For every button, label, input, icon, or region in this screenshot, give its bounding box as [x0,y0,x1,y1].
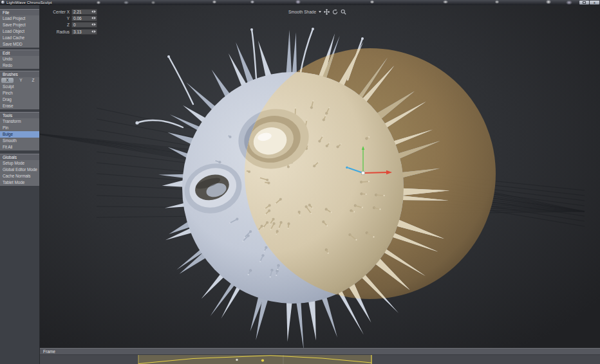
field-input-center-z[interactable]: 0 [71,22,97,28]
menu-section-brushes: Brushes X Y Z Sculpt Pinch Drag Erase [0,71,39,109]
timeline-graph[interactable] [40,355,600,364]
menu-item-smooth[interactable]: Smooth [0,138,39,144]
shade-mode-dropdown[interactable]: Smooth Shade [288,10,316,14]
menu-section-edit: Edit Undo Redo [0,50,39,69]
zoom-icon[interactable] [341,9,346,15]
window-title: LightWave ChronoSculpt [6,0,52,5]
menu-item-sculpt[interactable]: Sculpt [0,84,39,90]
move-icon[interactable] [324,9,330,15]
main-menu: File Load Project Save Project Load Obje… [0,9,39,186]
menu-item-undo[interactable]: Undo [0,56,39,62]
menu-section-globals: Globals Setup Mode Global Editor Mode Ca… [0,154,39,186]
stepper-icon[interactable] [91,10,96,13]
field-input-center-y[interactable]: 0.06 [71,15,97,21]
close-icon: x [594,1,595,5]
menu-header-brushes: Brushes [0,71,39,77]
menu-item-save-project[interactable]: Save Project [0,22,39,28]
menu-item-save-mdd[interactable]: Save MDD [0,41,39,48]
frame-label: Frame [43,349,55,354]
menu-item-setup-mode[interactable]: Setup Mode [0,160,39,167]
menu-item-tablet-mode[interactable]: Tablet Mode [0,179,39,186]
menu-item-load-project[interactable]: Load Project [0,15,39,22]
viewport-3d[interactable]: Center X 2.21 Y 0.06 Z 0 Radius 3.13 Smo… [40,5,600,348]
brush-parameter-panel: Center X 2.21 Y 0.06 Z 0 Radius 3.13 [40,8,97,35]
menu-header-globals: Globals [0,154,39,160]
stepper-icon[interactable] [91,17,96,19]
field-input-radius[interactable]: 3.13 [71,29,97,35]
axis-button-y[interactable]: Y [15,77,27,84]
field-label-radius: Radius [40,30,71,34]
maximize-button[interactable] [579,1,589,5]
field-input-center-x[interactable]: 2.21 [71,9,97,15]
menu-item-transform[interactable]: Transform [0,118,39,125]
scene-canvas[interactable] [40,5,600,348]
app-icon [1,1,5,4]
field-row-center-x: Center X 2.21 [40,8,97,15]
stepper-icon[interactable] [91,30,96,33]
axis-button-x[interactable]: X [1,78,14,83]
timeline-track[interactable] [40,354,600,364]
menu-item-cache-normals[interactable]: Cache Normals [0,173,39,179]
menu-section-tools: Tools Transform Pin Bulge Smooth Fit All [0,112,39,150]
axis-button-row: X Y Z [0,77,39,84]
menu-item-erase[interactable]: Erase [0,103,39,109]
keyframe-dot-active[interactable] [261,359,264,361]
stepper-icon[interactable] [91,23,96,26]
field-row-radius: Radius 3.13 [40,28,97,35]
menu-item-load-cache[interactable]: Load Cache [0,35,39,41]
menu-item-pinch[interactable]: Pinch [0,90,39,96]
menu-item-bulge[interactable]: Bulge [0,131,39,138]
rotate-icon[interactable] [332,9,338,15]
left-panel: File Load Project Save Project Load Obje… [0,5,40,364]
axis-button-z[interactable]: Z [27,77,39,84]
menu-header-file: File [0,9,39,15]
keyframe-dot[interactable] [236,359,238,361]
chevron-down-icon[interactable] [319,11,321,13]
menu-item-global-editor-mode[interactable]: Global Editor Mode [0,167,39,173]
menu-item-drag[interactable]: Drag [0,96,39,103]
close-button[interactable]: x [590,1,599,5]
viewport-toolbar: Smooth Shade [288,8,346,15]
field-label-center-x: Center X [40,10,71,14]
menu-section-file: File Load Project Save Project Load Obje… [0,9,39,48]
menu-header-edit: Edit [0,50,39,56]
menu-item-load-object[interactable]: Load Object [0,28,39,35]
titlebar[interactable]: LightWave ChronoSculpt x [0,0,600,5]
maximize-icon [583,1,586,4]
field-label-center-y: Y [40,16,71,21]
menu-item-pin[interactable]: Pin [0,125,39,131]
menu-item-fit-all[interactable]: Fit All [0,144,39,150]
field-row-center-z: Z 0 [40,21,97,28]
field-row-center-y: Y 0.06 [40,15,97,21]
menu-item-redo[interactable]: Redo [0,62,39,69]
frame-header-bar: Frame [40,348,600,354]
menu-header-tools: Tools [0,112,39,118]
field-label-center-z: Z [40,23,71,27]
